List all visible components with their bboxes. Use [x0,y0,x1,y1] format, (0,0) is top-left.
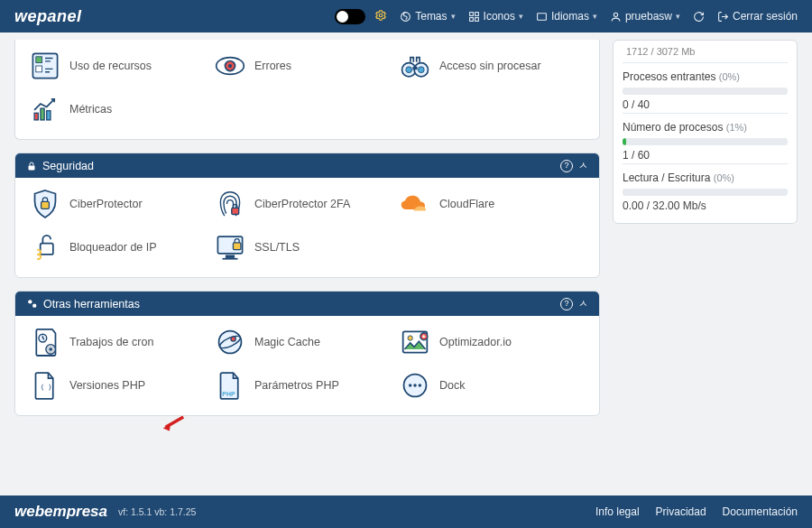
gear-icon[interactable] [374,9,387,24]
binoculars-icon [400,51,430,81]
svg-rect-25 [41,244,53,255]
stat-numproc-title: Número de procesos [623,121,723,134]
item-opt-label: Optimizador.io [439,336,512,348]
item-usage[interactable]: Uso de recursos [30,51,215,81]
item-errors[interactable]: Errores [215,51,400,81]
stat-inproc-bar [623,88,788,95]
shield-lock-icon [30,189,60,219]
item-cloud-label: CloudFlare [439,198,494,210]
svg-rect-10 [36,66,42,72]
item-magic-label: Magic Cache [254,336,320,348]
item-ciber-label: CiberProtector [69,198,143,210]
nav-languages[interactable]: Idiomas▾ [536,10,597,23]
stat-numproc-pct: (1%) [726,122,747,133]
item-ciberprotector-2fa[interactable]: CiberProtector 2FA [215,189,400,219]
item-raw-label: Acceso sin procesar [439,60,541,72]
footer-version: vf: 1.5.1 vb: 1.7.25 [118,506,196,517]
item-optimizador[interactable]: Optimizador.io [400,327,585,357]
stat-inproc: Procesos entrantes (0%) 0 / 40 [623,62,788,113]
item-php-params[interactable]: PHP Parámetros PHP [215,370,400,401]
item-cloudflare[interactable]: CloudFlare [400,189,585,219]
ip-block-icon [30,232,60,263]
item-dock[interactable]: Dock [400,370,585,401]
lock-icon [26,161,37,171]
svg-point-30 [28,300,32,303]
stat-rw-val: 0.00 / 32.00 Mb/s [623,199,788,212]
stat-rw: Lectura / Escritura (0%) 0.00 / 32.00 Mb… [623,163,788,214]
right-column: 1712 / 3072 Mb Procesos entrantes (0%) 0… [613,40,798,416]
help-icon[interactable]: ? [560,298,573,310]
chevron-down-icon: ▾ [676,12,680,21]
php-versions-icon: { } [30,370,60,401]
panel-tools-header: Otras herramientas ? ㅅ [15,292,599,316]
svg-rect-18 [412,67,417,69]
ssl-icon [215,232,245,263]
svg-point-45 [413,384,417,387]
item-raw-access[interactable]: Acceso sin procesar [400,51,585,81]
magic-icon [215,327,245,357]
item-phpver-label: Versiones PHP [69,379,145,392]
nav-refresh[interactable] [693,11,705,23]
panel-metrics: Uso de recursos Errores Acceso sin proce… [14,40,600,140]
stat-numproc-val: 1 / 60 [623,149,788,162]
nav-user[interactable]: pruebasw▾ [610,10,680,23]
svg-point-31 [32,304,36,308]
footer-brand: webempresa [14,503,107,521]
help-icon[interactable]: ? [560,160,573,172]
panel-tools-title: Otras herramientas [43,298,140,310]
cron-icon [30,327,60,357]
item-php-versions[interactable]: { } Versiones PHP [30,370,215,401]
item-cron[interactable]: Trabajos de cron [30,327,215,357]
svg-point-7 [614,13,617,16]
nav-themes[interactable]: Temas▾ [400,10,455,23]
item-metrics[interactable]: Métricas [30,94,215,125]
collapse-icon[interactable]: ㅅ [578,297,588,310]
svg-rect-23 [42,201,50,208]
dock-icon [400,370,430,401]
left-column: Uso de recursos Errores Acceso sin proce… [14,40,600,416]
svg-point-37 [231,337,235,341]
dark-mode-toggle[interactable] [335,9,365,24]
panel-tools: Otras herramientas ? ㅅ Trabajos de cron … [14,291,600,416]
metrics-icon [30,94,60,125]
errors-icon [215,51,245,81]
stat-rw-pct: (0%) [714,172,734,183]
brand: wepanel [14,7,82,26]
stat-rw-title: Lectura / Escritura [623,171,710,184]
footer-link-privacy[interactable]: Privacidad [656,505,706,518]
svg-rect-9 [36,57,42,63]
svg-point-39 [408,336,412,340]
footer-link-docs[interactable]: Documentación [723,505,798,518]
item-ciberprotector[interactable]: CiberProtector [30,189,215,219]
svg-rect-4 [469,17,473,21]
stats-box: 1712 / 3072 Mb Procesos entrantes (0%) 0… [613,40,798,224]
item-ciber2fa-label: CiberProtector 2FA [254,198,350,210]
cloudflare-icon [400,189,430,219]
chevron-down-icon: ▾ [451,12,456,21]
chevron-down-icon: ▾ [593,12,597,21]
svg-rect-6 [538,13,547,20]
collapse-icon[interactable]: ㅅ [578,159,588,172]
item-phpparam-label: Parámetros PHP [254,379,339,392]
item-usage-label: Uso de recursos [69,60,152,72]
nav-icons[interactable]: Iconos▾ [468,10,523,23]
panel-security: Seguridad ? ㅅ CiberProtector CiberProtec… [14,153,600,278]
item-magic-cache[interactable]: Magic Cache [215,327,400,357]
item-ssl-tls[interactable]: SSL/TLS [215,232,400,263]
svg-text:{ }: { } [41,384,52,391]
chevron-down-icon: ▾ [519,12,523,21]
item-ip-blocker[interactable]: Bloqueador de IP [30,232,215,263]
annotation-arrow [161,414,186,432]
topbar: wepanel Temas▾ Iconos▾ Idiomas▾ pruebasw… [0,0,812,32]
nav-languages-label: Idiomas [551,10,589,23]
topnav: Temas▾ Iconos▾ Idiomas▾ pruebasw▾ Cerrar… [335,9,798,24]
footer-link-legal[interactable]: Info legal [595,505,640,518]
svg-point-0 [379,14,383,17]
nav-logout[interactable]: Cerrar sesión [717,10,798,23]
nav-user-label: pruebasw [625,10,672,23]
stat-rw-bar [623,189,788,196]
svg-rect-27 [226,255,235,258]
nav-logout-label: Cerrar sesión [733,10,798,23]
svg-point-16 [406,67,412,73]
stat-truncated: 1712 / 3072 Mb [623,46,788,62]
